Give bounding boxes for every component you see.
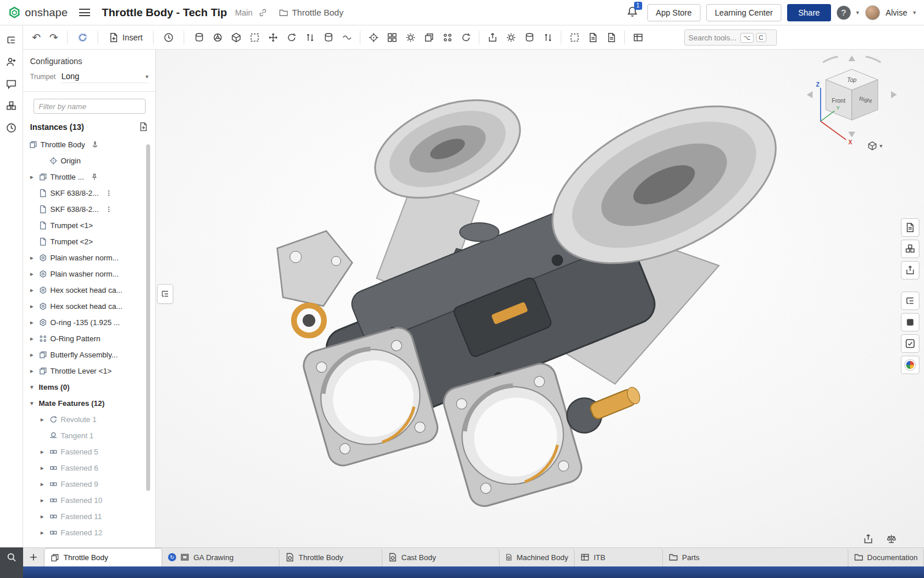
versions-graph-icon[interactable] — [2, 96, 21, 115]
insert-button[interactable]: Insert — [104, 30, 147, 45]
share-button[interactable]: Share — [787, 4, 830, 21]
tab-itb[interactable]: ITB — [575, 548, 663, 566]
expand-chevron[interactable]: ▸ — [28, 173, 36, 181]
onshape-logo[interactable]: onshape — [8, 6, 68, 19]
roll-ccw-arrow[interactable] — [823, 57, 838, 62]
rotate-right-arrow[interactable] — [891, 91, 897, 98]
expand-chevron[interactable]: ▸ — [28, 319, 36, 326]
user-avatar[interactable] — [865, 5, 880, 20]
view-cube[interactable]: Top Front Right Z Y X — [800, 52, 904, 150]
learning-center-button[interactable]: Learning Center — [706, 4, 781, 21]
tree-item-fastened-5[interactable]: ▸ Fastened 5 — [23, 443, 155, 460]
update-references-button[interactable] — [73, 29, 92, 46]
link-icon[interactable] — [258, 8, 267, 17]
roll-cw-arrow[interactable] — [866, 57, 881, 62]
user-name[interactable]: Alvise — [886, 8, 907, 17]
cylindrical-mate-icon[interactable] — [319, 29, 338, 46]
expand-chevron[interactable]: ▸ — [38, 448, 46, 456]
tree-scrollbar[interactable] — [146, 144, 150, 491]
pin-slot-mate-icon[interactable] — [338, 29, 356, 46]
expand-chevron[interactable]: ▾ — [28, 383, 36, 391]
tree-item-fastened-9[interactable]: ▸ Fastened 9 — [23, 476, 155, 492]
fastened-mate-icon[interactable] — [227, 29, 245, 46]
tree-item-o-ring[interactable]: ▸ O-ring -135 (1.925 ... — [23, 314, 155, 330]
tree-item-fastened-10[interactable]: ▸ Fastened 10 — [23, 492, 155, 508]
expand-chevron[interactable]: ▸ — [38, 416, 46, 423]
tab-cast-body[interactable]: Cast Body — [382, 548, 500, 566]
gear-relation-icon[interactable] — [502, 29, 520, 46]
bom-table-icon[interactable] — [629, 29, 647, 46]
notifications-button[interactable]: 1 — [627, 6, 638, 20]
group-parts-icon[interactable] — [383, 29, 401, 46]
config-value-dropdown[interactable]: Long ▾ — [61, 72, 148, 83]
display-states-icon[interactable] — [602, 29, 621, 46]
breadcrumb[interactable]: Throttle Body — [279, 8, 343, 17]
tree-item-butterfly-assembly[interactable]: ▸ Butterfly Assembly... — [23, 346, 155, 363]
appearance-panel-icon[interactable] — [901, 356, 919, 374]
instances-panel-toggle[interactable] — [157, 284, 173, 304]
tree-item-fastened-11[interactable]: ▸ Fastened 11 — [23, 508, 155, 524]
tree-item-tangent-1[interactable]: Tangent 1 — [23, 427, 155, 443]
export-icon[interactable] — [860, 531, 875, 546]
tree-item-trumpet-1[interactable]: Trumpet <1> — [23, 217, 155, 233]
tree-item-plain-washer-1[interactable]: ▸ Plain washer norm... — [23, 249, 155, 266]
mate-connector-icon[interactable] — [364, 29, 383, 46]
rotate-down-arrow[interactable] — [848, 132, 855, 137]
redo-button[interactable]: ↷ — [46, 31, 61, 44]
tree-item-hex-socket-2[interactable]: ▸ Hex socket head ca... — [23, 298, 155, 314]
tree-item-o-ring-pattern[interactable]: ▸ O-Ring Pattern — [23, 330, 155, 346]
add-instance-icon[interactable] — [139, 122, 148, 132]
export-panel-icon[interactable] — [901, 261, 919, 279]
slider-mate-icon[interactable] — [301, 29, 319, 46]
tab-documentation[interactable]: Documentation — [848, 548, 924, 566]
filter-input[interactable] — [33, 99, 146, 114]
bom-flat-panel-icon[interactable] — [901, 313, 919, 331]
named-views-icon[interactable] — [584, 29, 602, 46]
throttle-body-model[interactable] — [208, 58, 855, 531]
expand-chevron[interactable]: ▸ — [38, 513, 46, 520]
tree-item-fastened-12[interactable]: ▸ Fastened 12 — [23, 524, 155, 540]
tree-item-skf-bearing-2[interactable]: SKF 638/8-2... — [23, 201, 155, 217]
tree-item-throttle-lever[interactable]: ▸ Throttle Lever <1> — [23, 363, 155, 379]
main-menu-icon[interactable] — [79, 9, 90, 16]
expand-chevron[interactable]: ▸ — [28, 270, 36, 278]
expand-chevron[interactable]: ▸ — [38, 464, 46, 472]
undo-button[interactable]: ↶ — [29, 31, 44, 44]
tree-item-plain-washer-2[interactable]: ▸ Plain washer norm... — [23, 266, 155, 282]
tree-item-trumpet-2[interactable]: Trumpet <2> — [23, 233, 155, 249]
linear-pattern-icon[interactable] — [438, 29, 457, 46]
tree-section-mate-features[interactable]: ▾ Mate Features (12) — [23, 395, 155, 411]
planar-mate-icon[interactable] — [245, 29, 264, 46]
expand-chevron[interactable]: ▸ — [28, 303, 36, 310]
rotate-left-arrow[interactable] — [807, 91, 813, 98]
expand-chevron[interactable]: ▾ — [28, 400, 36, 407]
replicate-icon[interactable] — [420, 29, 438, 46]
tree-item-skf-bearing-1[interactable]: SKF 638/8-2... — [23, 185, 155, 201]
view-menu-button[interactable]: ▾ — [867, 141, 882, 151]
rack-pinion-relation-icon[interactable] — [539, 29, 557, 46]
exploded-view-icon[interactable] — [483, 29, 502, 46]
named-positions-button[interactable] — [159, 29, 178, 46]
tree-section-items[interactable]: ▾ Items (0) — [23, 379, 155, 395]
rotate-up-arrow[interactable] — [848, 55, 855, 61]
help-button[interactable]: ? — [837, 6, 851, 20]
ball-mate-icon[interactable] — [208, 29, 227, 46]
checks-panel-icon[interactable] — [901, 334, 919, 353]
workspace-label[interactable]: Main — [235, 8, 252, 17]
properties-panel-icon[interactable] — [901, 218, 919, 237]
expand-chevron[interactable]: ▸ — [38, 480, 46, 488]
3d-viewport[interactable]: Top Front Right Z Y X ▾ — [23, 50, 924, 547]
tab-ga-drawing[interactable]: GA Drawing — [162, 548, 280, 566]
tab-parts[interactable]: Parts — [663, 548, 848, 566]
tree-item-revolute-1[interactable]: ▸ Revolute 1 — [23, 411, 155, 427]
parts-list-panel-icon[interactable] — [901, 240, 919, 258]
tab-machined-body[interactable]: Machined Body — [500, 548, 575, 566]
tab-throttle-body-partstudio[interactable]: Throttle Body — [280, 548, 382, 566]
throttle-shaft[interactable] — [562, 377, 646, 438]
snapshot-icon[interactable] — [565, 29, 584, 46]
throttle-lever[interactable] — [277, 231, 352, 335]
expand-chevron[interactable]: ▸ — [28, 335, 36, 342]
app-store-button[interactable]: App Store — [647, 4, 701, 21]
screw-relation-icon[interactable] — [520, 29, 539, 46]
mate-relations-icon[interactable] — [401, 29, 420, 46]
